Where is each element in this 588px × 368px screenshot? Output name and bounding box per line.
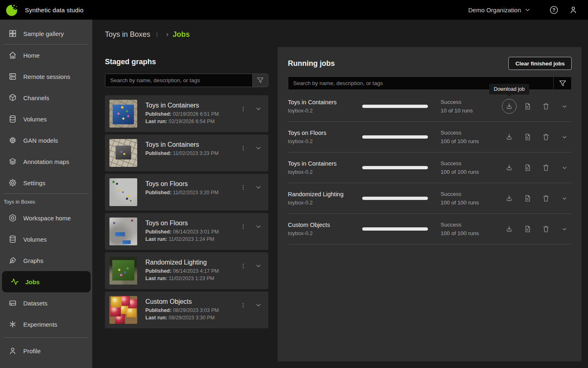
sidebar-item-experiments[interactable]: Experiments [0,314,92,335]
job-graph-version: toybox-0.2 [288,138,362,144]
last-run-label: Last run: [145,315,167,321]
home-icon [8,50,18,60]
job-list: Toys in Containers toybox-0.2 Success 10… [288,91,572,245]
job-status: Success 100 of 100 runs [441,159,502,176]
download-icon[interactable] [502,222,517,236]
download-icon[interactable] [502,130,517,144]
sidebar-item-sample-gallery[interactable]: Sample gallery [0,23,92,44]
staged-search-bar [105,74,268,87]
kebab-menu-icon[interactable] [236,103,249,115]
job-progress [362,105,441,108]
sidebar-item-remote-sessions[interactable]: Remote sessions [0,66,92,87]
trash-icon[interactable] [539,191,553,206]
published-value: 02/19/2026 6:51 PM [173,111,219,117]
published-label: Published: [145,307,172,313]
trash-icon[interactable] [539,222,553,236]
main-content: Toys in Boxes › Jobs Staged graphs [92,20,588,368]
job-status-text: Success [441,190,502,198]
document-icon[interactable] [520,160,535,175]
staged-graph-card[interactable]: Randomized Lighting Published: 06/14/202… [105,252,268,289]
chevron-down-icon[interactable] [557,99,572,114]
job-runs-text: 100 of 100 runs [441,229,502,238]
last-run-line: Last run: 02/19/2026 6:54 PM [145,119,236,125]
download-icon[interactable] [502,160,517,175]
job-status: Success 10 of 10 runs [441,98,502,115]
last-run-line: Last run: 08/29/2023 3:30 PM [145,315,236,321]
sidebar-item-label: Profile [23,348,41,355]
hexagon-icon [8,213,18,223]
published-line: Published: 11/02/2023 3:23 PM [145,150,236,157]
job-progress [362,227,441,231]
job-name: Custom Objects [288,222,362,228]
filter-icon[interactable] [252,74,268,87]
sidebar-item-jobs[interactable]: Jobs [2,271,91,292]
filter-icon[interactable] [553,77,571,90]
sidebar-item-profile[interactable]: Profile [0,340,92,361]
published-line: Published: 11/02/2023 3:20 PM [145,190,236,196]
staged-graph-card[interactable]: Toys on Floors Published: 06/14/2023 3:0… [105,213,268,250]
chevron-down-icon[interactable] [557,222,572,236]
trash-icon[interactable] [539,130,553,144]
pen-nib-icon [8,256,18,265]
sidebar-item-label: Channels [23,94,49,101]
published-label: Published: [145,268,172,274]
sidebar-item-datasets[interactable]: Datasets [0,292,92,314]
last-run-line: Last run: 11/02/2023 1:24 PM [145,236,236,242]
kebab-menu-icon[interactable] [236,220,249,233]
chevron-down-icon[interactable] [557,130,572,144]
staged-graphs-panel: Staged graphs Toys in Containers Publish… [105,47,268,361]
chevron-down-icon[interactable] [252,181,265,193]
job-status: Success 100 of 100 runs [441,128,502,146]
sidebar-item-channels[interactable]: Channels [0,87,92,108]
job-graph-version: toybox-0.2 [288,108,362,114]
chevron-down-icon [524,7,531,13]
breadcrumb-menu-icon[interactable] [154,32,160,37]
staged-graph-card[interactable]: Toys in Containers Published: 02/19/2026… [105,95,268,132]
sidebar-item-graphs[interactable]: Graphs [0,250,92,271]
chevron-down-icon[interactable] [252,142,265,154]
org-switcher[interactable]: Demo Organization [468,7,531,13]
sidebar-item-annotation-maps[interactable]: Annotation maps [0,151,92,172]
sidebar-item-gan-models[interactable]: GAN models [0,130,92,151]
job-progress [362,135,441,139]
chevron-down-icon[interactable] [252,299,265,311]
trash-icon[interactable] [539,99,553,114]
staged-graph-card[interactable]: Toys in Containers Published: 11/02/2023… [105,135,268,171]
clear-finished-jobs-button[interactable]: Clear finished jobs [508,57,572,70]
staged-search-input[interactable] [105,74,252,87]
published-label: Published: [145,190,172,195]
job-progress [362,166,441,169]
chevron-down-icon[interactable] [252,260,265,272]
staged-graph-card[interactable]: Custom Objects Published: 08/29/2023 3:0… [105,292,268,328]
trash-icon[interactable] [539,160,553,175]
chevron-down-icon[interactable] [557,160,572,175]
graph-thumbnail [109,178,137,206]
kebab-menu-icon[interactable] [236,260,249,272]
help-circle-icon[interactable]: ? [549,5,559,15]
kebab-menu-icon[interactable] [236,142,249,154]
running-jobs-panel: Running jobs Clear finished jobs Toys in… [278,47,581,361]
job-runs-text: 10 of 10 runs [441,106,502,115]
sidebar-item-workspace-home[interactable]: Workspace home [0,207,92,229]
sidebar-item-ws-volumes[interactable]: Volumes [0,229,92,250]
chevron-down-icon[interactable] [252,103,265,115]
sidebar-item-home[interactable]: Home [0,45,92,66]
person-icon[interactable] [568,5,578,15]
kebab-menu-icon[interactable] [236,299,249,311]
kebab-menu-icon[interactable] [236,181,249,193]
breadcrumb-current: Jobs [173,30,190,39]
graph-name: Toys in Containers [145,102,236,109]
sidebar-item-volumes[interactable]: Volumes [0,108,92,130]
staged-graph-card[interactable]: Toys on Floors Published: 11/02/2023 3:2… [105,174,268,211]
chevron-down-icon[interactable] [557,191,572,206]
document-icon[interactable] [520,222,535,236]
document-icon[interactable] [520,99,535,114]
sidebar-item-settings[interactable]: Settings [0,172,92,193]
breadcrumb-workspace[interactable]: Toys in Boxes [105,30,150,39]
download-icon[interactable]: Download job [502,99,517,114]
last-run-line: Last run: 11/02/2023 1:23 PM [145,276,236,282]
document-icon[interactable] [520,130,535,144]
document-icon[interactable] [520,191,535,206]
chevron-down-icon[interactable] [252,220,265,233]
download-icon[interactable] [502,191,517,206]
